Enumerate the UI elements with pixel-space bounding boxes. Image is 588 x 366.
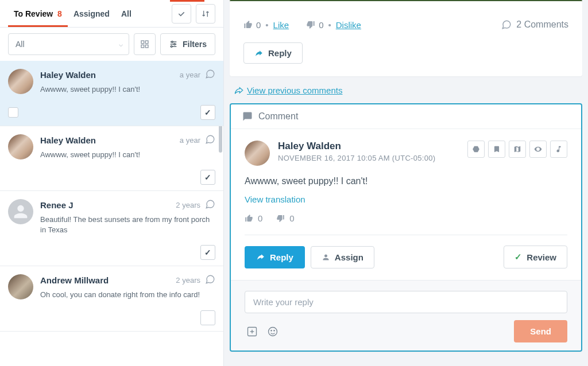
list-item[interactable]: Haley Waldena yearAwwww, sweet puppy!! I… — [0, 61, 223, 126]
svg-point-7 — [174, 44, 176, 45]
comment-card: Comment Haley Walden NOVEMBER 16, 2017 1… — [230, 103, 582, 352]
svg-point-13 — [269, 327, 277, 336]
comment-header-label: Comment — [258, 111, 298, 122]
svg-rect-2 — [141, 45, 144, 48]
assign-button-label: Assign — [335, 252, 363, 262]
svg-rect-0 — [141, 41, 144, 44]
mark-checked-button[interactable] — [172, 4, 191, 24]
review-button[interactable]: ✓ Review — [504, 246, 567, 268]
reply-area: Send — [231, 280, 581, 351]
speech-bubble-icon — [205, 69, 215, 81]
reply-button[interactable]: Reply — [245, 246, 305, 268]
comments-count[interactable]: 2 Comments — [501, 20, 568, 30]
avatar — [8, 199, 33, 224]
eye-off-icon[interactable] — [529, 141, 547, 158]
tab-all[interactable]: All — [115, 1, 137, 26]
tab-to-review[interactable]: To Review 8 — [8, 1, 68, 26]
commenter-avatar — [245, 141, 270, 166]
reply-input[interactable] — [245, 291, 567, 313]
list-item-time: a year — [180, 71, 200, 79]
thumb-down-icon — [306, 20, 315, 29]
comment-icon — [501, 20, 512, 30]
bookmark-icon[interactable] — [488, 141, 505, 158]
mark-reviewed-checkbox[interactable] — [200, 170, 215, 185]
list-item-text: Beautiful! The best sunsets are from my … — [40, 215, 215, 235]
view-previous-link[interactable]: View previous comments — [247, 85, 342, 95]
svg-point-15 — [274, 330, 274, 330]
svg-rect-3 — [145, 45, 148, 48]
post-image-placeholder — [230, 0, 582, 1]
like-link[interactable]: Like — [273, 20, 289, 30]
list-item-time: 2 years — [176, 201, 200, 209]
list-item-name: Haley Walden — [40, 135, 96, 145]
svg-point-5 — [172, 41, 173, 43]
list-item-name: Haley Walden — [40, 70, 96, 80]
map-icon[interactable] — [509, 141, 526, 158]
svg-rect-1 — [145, 41, 148, 44]
emoji-button[interactable] — [265, 324, 280, 339]
comment-header: Comment — [231, 104, 581, 129]
filter-select[interactable]: All ⌵ — [8, 33, 129, 55]
person-icon — [322, 253, 330, 262]
filters-label: Filters — [183, 40, 207, 49]
tab-assigned[interactable]: Assigned — [68, 1, 115, 26]
dislike-count: 0 — [319, 20, 323, 30]
list-item-meta: 2 years — [176, 199, 215, 211]
divider — [245, 235, 567, 235]
comment-actions: Reply Assign ✓ Review — [245, 246, 567, 268]
reply-footer: Send — [245, 320, 567, 342]
list-item-time: a year — [180, 136, 200, 145]
list-item-text: Awwww, sweet puppy!! I can't! — [40, 84, 215, 95]
tab-count: 8 — [57, 9, 62, 18]
list-item[interactable]: Renee J2 yearsBeautiful! The best sunset… — [0, 191, 223, 266]
add-attachment-button[interactable] — [245, 324, 260, 339]
music-note-icon[interactable] — [550, 141, 567, 158]
main-panel: 0 • Like 0 • Dislike 2 Comments — [224, 0, 588, 366]
reply-arrow-icon — [254, 49, 264, 57]
speech-bubble-icon — [205, 134, 215, 146]
list-item[interactable]: Andrew Millward2 yearsOh cool, you can d… — [0, 266, 223, 332]
list-item-name: Andrew Millward — [40, 275, 109, 285]
view-previous-comments[interactable]: View previous comments — [230, 84, 582, 103]
share-arrow-icon — [234, 86, 243, 95]
select-item-checkbox[interactable] — [8, 107, 18, 118]
downvote-count: 0 — [289, 213, 294, 223]
view-translation-link[interactable]: View translation — [245, 194, 567, 204]
tab-label: To Review — [14, 9, 53, 18]
post-reply-button[interactable]: Reply — [243, 42, 303, 64]
tag-icon[interactable] — [467, 141, 485, 158]
speech-bubble-icon — [205, 199, 215, 211]
list-item-meta: 2 years — [176, 274, 215, 286]
svg-point-9 — [171, 46, 172, 48]
thumb-up-icon — [243, 20, 253, 29]
comment-likes-row: 0 0 — [245, 213, 567, 223]
comment-downvote[interactable]: 0 — [276, 213, 294, 223]
send-button[interactable]: Send — [514, 320, 567, 342]
sort-button[interactable] — [196, 4, 215, 24]
filter-select-label: All — [16, 40, 25, 49]
reply-button-label: Reply — [270, 252, 293, 262]
thumb-up-icon — [245, 214, 253, 223]
avatar — [8, 134, 33, 159]
comment-text: Awwww, sweet puppy!! I can't! — [245, 176, 567, 186]
tabs-row: To Review 8 Assigned All — [0, 0, 223, 28]
list-item[interactable]: Haley Waldena yearAwwww, sweet puppy!! I… — [0, 126, 223, 192]
assign-button[interactable]: Assign — [311, 246, 374, 268]
list-item-meta: a year — [180, 69, 215, 81]
comment-upvote[interactable]: 0 — [245, 213, 262, 223]
reply-arrow-icon — [256, 253, 265, 261]
chevron-down-icon: ⌵ — [119, 40, 123, 48]
filters-button[interactable]: Filters — [160, 33, 215, 55]
comment-date: NOVEMBER 16, 2017 10:05 AM (UTC-05:00) — [278, 154, 435, 162]
grid-view-button[interactable] — [134, 33, 156, 55]
mark-reviewed-checkbox[interactable] — [200, 105, 215, 120]
reply-label: Reply — [268, 48, 292, 58]
mark-reviewed-checkbox[interactable] — [200, 245, 215, 260]
mark-reviewed-checkbox[interactable] — [200, 310, 215, 325]
check-icon: ✓ — [514, 252, 522, 262]
comments-count-label: 2 Comments — [516, 20, 568, 30]
post-card: 0 • Like 0 • Dislike 2 Comments — [230, 0, 582, 76]
list-item-name: Renee J — [40, 200, 74, 210]
filter-row: All ⌵ Filters — [0, 28, 223, 61]
dislike-link[interactable]: Dislike — [336, 20, 361, 30]
